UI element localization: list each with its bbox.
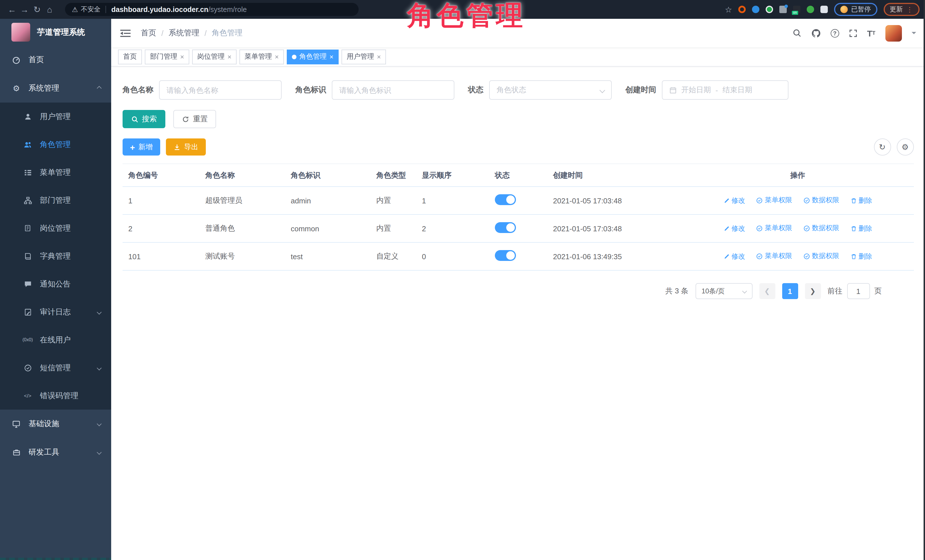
- browser-back-icon[interactable]: ←: [6, 5, 18, 14]
- sidebar-item-posts[interactable]: 岗位管理: [0, 214, 111, 242]
- close-icon[interactable]: ×: [377, 53, 381, 60]
- page-number-1[interactable]: 1: [782, 283, 798, 299]
- add-button[interactable]: + 新增: [123, 138, 160, 156]
- sidebar-item-users[interactable]: 用户管理: [0, 102, 111, 131]
- prev-page-button[interactable]: ❮: [759, 283, 775, 299]
- paused-badge[interactable]: 已暂停: [834, 3, 877, 16]
- sidebar-item-dictionary[interactable]: 字典管理: [0, 242, 111, 270]
- sidebar-item-error-codes[interactable]: </> 错误码管理: [0, 382, 111, 410]
- close-icon[interactable]: ×: [330, 53, 333, 60]
- tab-home[interactable]: 首页: [118, 49, 142, 64]
- fullscreen-icon[interactable]: [849, 29, 857, 37]
- shield-check-icon: [23, 364, 33, 372]
- monitor-icon: [11, 420, 21, 428]
- search-button[interactable]: 搜索: [123, 110, 165, 128]
- data-permission-link[interactable]: 数据权限: [803, 252, 839, 261]
- sidebar-item-roles[interactable]: 角色管理: [0, 131, 111, 158]
- sidebar-item-menus[interactable]: 菜单管理: [0, 158, 111, 186]
- delete-link[interactable]: 删除: [850, 224, 872, 234]
- role-key-label: 角色标识: [295, 85, 326, 95]
- sidebar-item-notices[interactable]: 通知公告: [0, 270, 111, 298]
- menu-permission-link[interactable]: 菜单权限: [756, 196, 792, 206]
- sidebar-item-online-users[interactable]: (0x0) 在线用户: [0, 326, 111, 354]
- sidebar-item-sms[interactable]: 短信管理: [0, 354, 111, 382]
- extension-switch-icon[interactable]: [793, 6, 800, 13]
- chevron-down-icon: [97, 450, 102, 455]
- update-button[interactable]: 更新 ⋮: [883, 3, 919, 16]
- tab-departments[interactable]: 部门管理 ×: [145, 49, 189, 64]
- reset-button[interactable]: 重置: [173, 110, 216, 128]
- bookmark-star-icon[interactable]: ☆: [725, 5, 732, 14]
- avatar[interactable]: [885, 25, 902, 41]
- extension-grid-icon[interactable]: [779, 6, 787, 13]
- avatar-caret-icon[interactable]: [911, 32, 916, 36]
- edit-link[interactable]: 修改: [723, 224, 745, 234]
- goto-page-input[interactable]: [847, 283, 870, 299]
- sidebar-fold-icon[interactable]: [120, 29, 131, 37]
- app-logo[interactable]: 芋道管理系统: [0, 19, 111, 46]
- menu-permission-link[interactable]: 菜单权限: [756, 252, 792, 261]
- annotation-text: 角色管理: [407, 0, 526, 34]
- next-page-button[interactable]: ❯: [805, 283, 821, 299]
- status-toggle[interactable]: [495, 250, 516, 261]
- close-icon[interactable]: ×: [227, 53, 232, 60]
- page-size-select[interactable]: 10条/页: [695, 283, 752, 299]
- breadcrumb-home[interactable]: 首页: [141, 28, 156, 38]
- column-settings-icon[interactable]: ⚙: [896, 138, 914, 156]
- extension-leaf-icon[interactable]: [807, 6, 814, 13]
- search-actions: 搜索 重置: [123, 110, 914, 128]
- col-operations: 操作: [682, 164, 914, 186]
- data-permission-link[interactable]: 数据权限: [803, 224, 839, 233]
- sidebar-item-infrastructure[interactable]: 基础设施: [0, 410, 111, 438]
- status-select[interactable]: 角色状态: [489, 80, 612, 100]
- close-icon[interactable]: ×: [275, 53, 279, 60]
- edit-link[interactable]: 修改: [723, 252, 745, 261]
- role-key-input[interactable]: [339, 86, 447, 94]
- extensions-puzzle-icon[interactable]: [820, 6, 828, 13]
- page-unit-label: 页: [874, 286, 882, 296]
- chevron-down-icon: [97, 309, 102, 314]
- extension-blue-icon[interactable]: [752, 6, 759, 13]
- sidebar-item-system[interactable]: ⚙ 系统管理: [0, 74, 111, 102]
- tab-roles[interactable]: 角色管理 ×: [287, 49, 339, 64]
- role-name-input[interactable]: [166, 86, 274, 94]
- close-icon[interactable]: ×: [180, 53, 184, 60]
- delete-link[interactable]: 删除: [850, 196, 872, 206]
- role-key-input-wrap: [332, 80, 454, 100]
- search-form: 角色名称 角色标识 状态 角色状态: [123, 80, 914, 100]
- status-toggle[interactable]: [495, 222, 516, 233]
- code-icon: </>: [23, 393, 33, 398]
- browser-reload-icon[interactable]: ↻: [31, 4, 43, 15]
- browser-forward-icon[interactable]: →: [18, 5, 31, 14]
- font-size-icon[interactable]: TT: [867, 29, 875, 37]
- sidebar-item-departments[interactable]: 部门管理: [0, 186, 111, 214]
- date-range-picker[interactable]: 开始日期 - 结束日期: [662, 80, 788, 100]
- extension-orange-icon[interactable]: [738, 6, 746, 13]
- address-bar[interactable]: ⚠ 不安全 dashboard.yudao.iocoder.cn/system/…: [65, 3, 359, 16]
- edit-link[interactable]: 修改: [723, 196, 745, 206]
- chevron-down-icon: [600, 87, 605, 93]
- breadcrumb-section[interactable]: 系统管理: [169, 28, 200, 38]
- role-name-label: 角色名称: [123, 85, 154, 95]
- browser-home-icon[interactable]: ⌂: [43, 5, 56, 14]
- tab-users[interactable]: 用户管理 ×: [342, 49, 386, 64]
- refresh-icon[interactable]: ↻: [874, 138, 891, 156]
- table-header-row: 角色编号 角色名称 角色标识 角色类型 显示顺序 状态 创建时间 操作: [123, 164, 914, 186]
- export-button[interactable]: 导出: [166, 138, 206, 156]
- sidebar-item-dev-tools[interactable]: 研发工具: [0, 438, 111, 467]
- delete-link[interactable]: 删除: [850, 252, 872, 261]
- sidebar-item-home[interactable]: 首页: [0, 46, 111, 74]
- sidebar-item-audit-log[interactable]: 审计日志: [0, 298, 111, 326]
- search-icon[interactable]: [792, 29, 801, 38]
- logo-image: [11, 23, 30, 42]
- browser-menu-icon[interactable]: ⋮: [906, 5, 913, 14]
- data-permission-link[interactable]: 数据权限: [803, 196, 839, 206]
- tab-posts[interactable]: 岗位管理 ×: [192, 49, 237, 64]
- status-toggle[interactable]: [495, 194, 516, 205]
- help-icon[interactable]: ?: [831, 29, 839, 37]
- github-icon[interactable]: [811, 28, 821, 38]
- menu-permission-link[interactable]: 菜单权限: [756, 224, 792, 233]
- goto-label: 前往: [827, 286, 842, 296]
- tab-menus[interactable]: 菜单管理 ×: [240, 49, 284, 64]
- extension-green-icon[interactable]: [766, 6, 773, 13]
